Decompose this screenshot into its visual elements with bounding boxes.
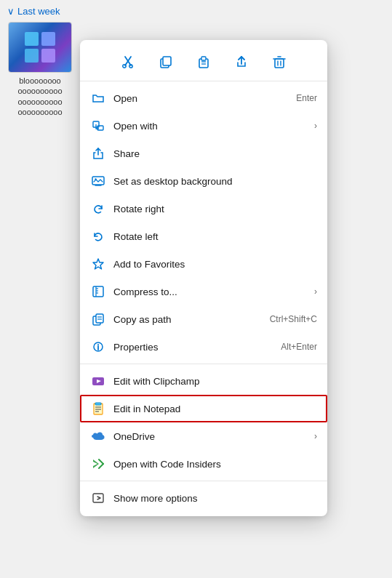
context-menu: Open Enter Open with › bbox=[80, 40, 327, 516]
menu-item-open-with[interactable]: Open with › bbox=[80, 112, 327, 140]
menu-item-open[interactable]: Open Enter bbox=[80, 84, 327, 112]
share-icon bbox=[90, 145, 106, 161]
last-week-section: ∨ Last week bbox=[7, 6, 60, 17]
share-toolbar-icon bbox=[235, 55, 248, 68]
vscode-label: Open with Code Insiders bbox=[113, 459, 317, 470]
open-with-label: Open with bbox=[113, 121, 310, 132]
copy-path-label: Copy as path bbox=[113, 314, 263, 325]
more-options-icon bbox=[90, 490, 106, 506]
svg-rect-20 bbox=[97, 126, 103, 130]
svg-line-43 bbox=[99, 459, 103, 464]
menu-item-vscode[interactable]: Open with Code Insiders bbox=[80, 450, 327, 478]
svg-rect-21 bbox=[92, 177, 104, 185]
set-desktop-label: Set as desktop background bbox=[113, 176, 317, 187]
menu-item-clipchamp[interactable]: Edit with Clipchamp bbox=[80, 367, 327, 395]
menu-item-onedrive[interactable]: OneDrive › bbox=[80, 422, 327, 450]
desktop-background-icon bbox=[90, 173, 106, 189]
thumbnail-image bbox=[8, 22, 72, 73]
divider-2 bbox=[80, 481, 327, 481]
svg-point-23 bbox=[95, 178, 96, 180]
svg-rect-1 bbox=[41, 32, 55, 46]
open-icon bbox=[90, 90, 106, 106]
compress-arrow: › bbox=[314, 286, 317, 297]
rotate-right-label: Rotate right bbox=[113, 204, 317, 214]
svg-rect-14 bbox=[275, 59, 284, 68]
menu-item-rotate-right[interactable]: Rotate right bbox=[80, 195, 327, 222]
svg-rect-3 bbox=[41, 49, 55, 63]
svg-point-35 bbox=[97, 344, 99, 345]
compress-icon bbox=[90, 284, 106, 300]
svg-rect-9 bbox=[163, 57, 171, 65]
svg-rect-45 bbox=[93, 494, 103, 502]
rotate-right-icon bbox=[90, 201, 106, 217]
copy-path-icon bbox=[90, 311, 106, 327]
menu-item-notepad[interactable]: Edit in Notepad bbox=[80, 395, 327, 422]
menu-item-more-options[interactable]: Show more options bbox=[80, 484, 327, 512]
menu-item-rotate-left[interactable]: Rotate left bbox=[80, 222, 327, 250]
onedrive-icon bbox=[90, 428, 106, 444]
rotate-left-label: Rotate left bbox=[113, 231, 317, 242]
properties-label: Properties bbox=[113, 342, 273, 353]
properties-shortcut: Alt+Enter bbox=[281, 342, 317, 352]
share-toolbar-button[interactable] bbox=[228, 49, 255, 75]
share-label: Share bbox=[113, 148, 317, 159]
rotate-left-icon bbox=[90, 228, 106, 244]
svg-rect-2 bbox=[25, 49, 39, 63]
menu-item-favorites[interactable]: Add to Favorites bbox=[80, 250, 327, 278]
copy-button[interactable] bbox=[153, 49, 179, 75]
vscode-icon bbox=[90, 456, 106, 472]
properties-icon bbox=[90, 339, 106, 355]
svg-rect-30 bbox=[96, 314, 103, 323]
cut-button[interactable] bbox=[115, 49, 141, 75]
svg-rect-11 bbox=[201, 57, 206, 60]
menu-item-copy-path[interactable]: Copy as path Ctrl+Shift+C bbox=[80, 305, 327, 333]
copy-path-shortcut: Ctrl+Shift+C bbox=[270, 314, 317, 324]
svg-rect-24 bbox=[93, 286, 103, 297]
open-with-icon bbox=[90, 118, 106, 134]
svg-rect-0 bbox=[25, 32, 39, 46]
menu-item-share[interactable]: Share bbox=[80, 140, 327, 167]
paste-icon bbox=[197, 55, 210, 68]
svg-point-7 bbox=[129, 65, 132, 68]
divider-1 bbox=[80, 364, 327, 364]
svg-rect-39 bbox=[95, 403, 101, 405]
open-shortcut: Enter bbox=[296, 93, 317, 103]
svg-point-6 bbox=[123, 65, 126, 68]
notepad-label: Edit in Notepad bbox=[113, 404, 317, 414]
chevron-icon: ∨ bbox=[7, 6, 15, 17]
menu-item-properties[interactable]: Properties Alt+Enter bbox=[80, 333, 327, 361]
toolbar-row bbox=[80, 44, 327, 81]
svg-line-44 bbox=[99, 464, 103, 468]
delete-icon bbox=[273, 55, 286, 68]
copy-icon bbox=[159, 55, 172, 68]
menu-item-set-desktop[interactable]: Set as desktop background bbox=[80, 167, 327, 195]
file-thumbnail[interactable]: bloooooooo oooooooooo oooooooooo ooooooo… bbox=[7, 22, 73, 117]
file-name: bloooooooo oooooooooo oooooooooo ooooooo… bbox=[17, 76, 62, 117]
compress-label: Compress to... bbox=[113, 286, 310, 297]
notepad-icon bbox=[90, 401, 106, 417]
favorites-label: Add to Favorites bbox=[113, 259, 317, 270]
cut-icon bbox=[121, 55, 135, 68]
onedrive-label: OneDrive bbox=[113, 431, 310, 442]
last-week-label-text: Last week bbox=[17, 6, 60, 17]
menu-item-compress[interactable]: Compress to... › bbox=[80, 278, 327, 305]
onedrive-arrow: › bbox=[314, 431, 317, 441]
clipchamp-icon bbox=[90, 373, 106, 389]
desktop: ∨ Last week bloooooooo oooooooooo oooooo… bbox=[0, 0, 392, 578]
favorites-icon bbox=[90, 256, 106, 272]
delete-button[interactable] bbox=[266, 49, 292, 75]
more-options-label: Show more options bbox=[113, 493, 317, 504]
open-with-arrow: › bbox=[314, 121, 317, 131]
paste-button[interactable] bbox=[191, 49, 217, 75]
win11-logo-icon bbox=[22, 29, 58, 65]
open-label: Open bbox=[113, 93, 289, 104]
clipchamp-label: Edit with Clipchamp bbox=[113, 376, 317, 387]
